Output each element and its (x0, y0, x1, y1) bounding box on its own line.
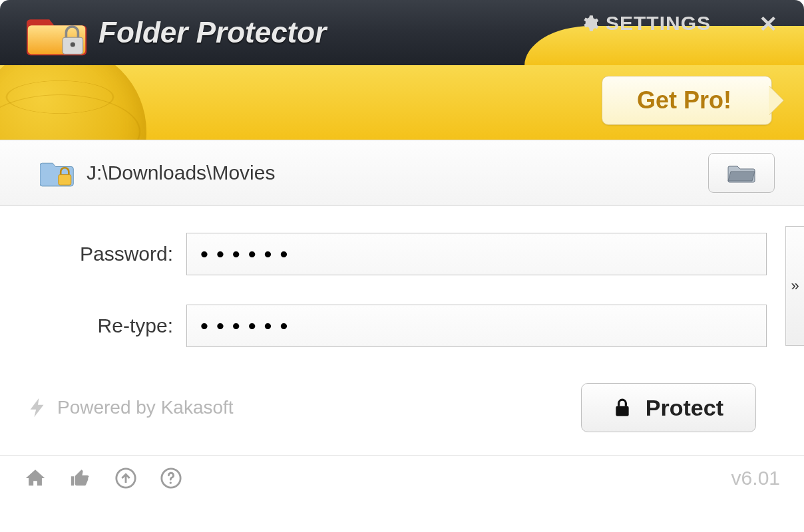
folder-path-row: J:\Downloads\Movies (0, 140, 804, 206)
footer-bar: v6.01 (0, 456, 804, 501)
app-title: Folder Protector (99, 16, 326, 49)
password-input[interactable] (186, 233, 767, 275)
password-label: Password: (40, 243, 186, 265)
expand-panel-button[interactable]: » (785, 226, 804, 346)
app-logo: Folder Protector (27, 9, 326, 57)
retype-input[interactable] (186, 305, 767, 347)
title-bar: Folder Protector SETTINGS ✕ (0, 0, 804, 65)
folder-path-text: J:\Downloads\Movies (87, 162, 696, 184)
thumbs-up-icon[interactable] (69, 467, 92, 489)
bolt-icon (27, 396, 49, 419)
retype-label: Re-type: (40, 315, 186, 337)
browse-folder-button[interactable] (708, 153, 775, 193)
svg-rect-2 (59, 175, 71, 186)
folder-lock-icon (27, 9, 87, 57)
open-folder-icon (727, 162, 755, 184)
version-label: v6.01 (731, 467, 780, 489)
get-pro-button[interactable]: Get Pro! (602, 76, 772, 125)
action-row: Powered by Kakasoft Protect (0, 376, 804, 452)
home-icon[interactable] (24, 467, 47, 489)
protect-button[interactable]: Protect (581, 383, 756, 432)
settings-button[interactable]: SETTINGS (580, 12, 711, 35)
retype-row: Re-type: (40, 305, 785, 347)
close-button[interactable]: ✕ (759, 11, 777, 37)
help-icon[interactable] (160, 467, 182, 489)
update-icon[interactable] (114, 467, 137, 489)
password-form: Password: Re-type: » (0, 206, 804, 347)
protect-label: Protect (646, 395, 723, 421)
svg-rect-3 (616, 406, 628, 416)
app-window: Folder Protector SETTINGS ✕ Get Pro! J:\… (0, 0, 804, 501)
svg-point-6 (170, 481, 172, 483)
get-pro-label: Get Pro! (637, 86, 731, 114)
lock-icon (614, 398, 631, 418)
promo-banner: Get Pro! (0, 65, 804, 140)
powered-by-label: Powered by Kakasoft (57, 397, 234, 418)
globe-graphic (0, 65, 146, 140)
password-row: Password: (40, 233, 785, 275)
svg-point-1 (71, 42, 75, 47)
gear-icon (580, 14, 599, 33)
settings-label: SETTINGS (606, 12, 711, 35)
locked-folder-icon (40, 158, 75, 188)
